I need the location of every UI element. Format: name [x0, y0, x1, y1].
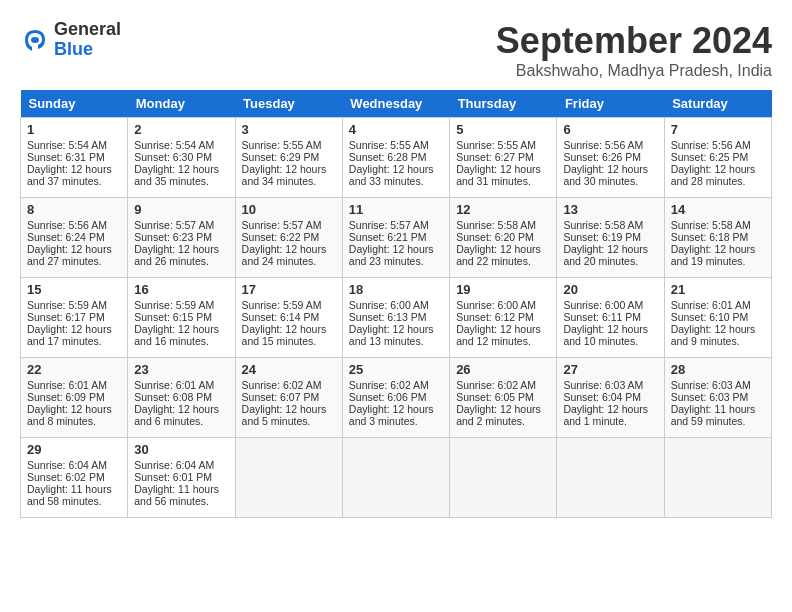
table-row: 24Sunrise: 6:02 AMSunset: 6:07 PMDayligh…: [235, 358, 342, 438]
sunset-text: Sunset: 6:15 PM: [134, 311, 212, 323]
table-row: [557, 438, 664, 518]
col-saturday: Saturday: [664, 90, 771, 118]
sunrise-text: Sunrise: 6:04 AM: [134, 459, 214, 471]
daylight-text: Daylight: 12 hours and 3 minutes.: [349, 403, 434, 427]
col-wednesday: Wednesday: [342, 90, 449, 118]
sunset-text: Sunset: 6:02 PM: [27, 471, 105, 483]
day-number: 9: [134, 202, 228, 217]
sunset-text: Sunset: 6:18 PM: [671, 231, 749, 243]
daylight-text: Daylight: 12 hours and 23 minutes.: [349, 243, 434, 267]
daylight-text: Daylight: 12 hours and 13 minutes.: [349, 323, 434, 347]
sunset-text: Sunset: 6:27 PM: [456, 151, 534, 163]
daylight-text: Daylight: 12 hours and 26 minutes.: [134, 243, 219, 267]
sunrise-text: Sunrise: 5:55 AM: [242, 139, 322, 151]
sunset-text: Sunset: 6:05 PM: [456, 391, 534, 403]
title-section: September 2024 Bakshwaho, Madhya Pradesh…: [496, 20, 772, 80]
daylight-text: Daylight: 12 hours and 5 minutes.: [242, 403, 327, 427]
day-number: 25: [349, 362, 443, 377]
daylight-text: Daylight: 12 hours and 33 minutes.: [349, 163, 434, 187]
sunset-text: Sunset: 6:25 PM: [671, 151, 749, 163]
sunset-text: Sunset: 6:30 PM: [134, 151, 212, 163]
sunrise-text: Sunrise: 6:02 AM: [349, 379, 429, 391]
day-number: 2: [134, 122, 228, 137]
day-number: 1: [27, 122, 121, 137]
calendar-row: 29Sunrise: 6:04 AMSunset: 6:02 PMDayligh…: [21, 438, 772, 518]
day-number: 11: [349, 202, 443, 217]
table-row: 23Sunrise: 6:01 AMSunset: 6:08 PMDayligh…: [128, 358, 235, 438]
day-number: 28: [671, 362, 765, 377]
page-header: General Blue September 2024 Bakshwaho, M…: [20, 20, 772, 80]
table-row: 9Sunrise: 5:57 AMSunset: 6:23 PMDaylight…: [128, 198, 235, 278]
daylight-text: Daylight: 12 hours and 30 minutes.: [563, 163, 648, 187]
daylight-text: Daylight: 12 hours and 28 minutes.: [671, 163, 756, 187]
day-number: 7: [671, 122, 765, 137]
sunset-text: Sunset: 6:10 PM: [671, 311, 749, 323]
sunrise-text: Sunrise: 6:02 AM: [242, 379, 322, 391]
daylight-text: Daylight: 12 hours and 37 minutes.: [27, 163, 112, 187]
table-row: 13Sunrise: 5:58 AMSunset: 6:19 PMDayligh…: [557, 198, 664, 278]
daylight-text: Daylight: 11 hours and 56 minutes.: [134, 483, 219, 507]
sunrise-text: Sunrise: 5:56 AM: [671, 139, 751, 151]
sunrise-text: Sunrise: 5:56 AM: [27, 219, 107, 231]
day-number: 12: [456, 202, 550, 217]
day-number: 24: [242, 362, 336, 377]
daylight-text: Daylight: 12 hours and 34 minutes.: [242, 163, 327, 187]
table-row: 27Sunrise: 6:03 AMSunset: 6:04 PMDayligh…: [557, 358, 664, 438]
sunrise-text: Sunrise: 6:00 AM: [349, 299, 429, 311]
sunrise-text: Sunrise: 6:03 AM: [671, 379, 751, 391]
sunrise-text: Sunrise: 5:59 AM: [134, 299, 214, 311]
daylight-text: Daylight: 12 hours and 6 minutes.: [134, 403, 219, 427]
header-row: Sunday Monday Tuesday Wednesday Thursday…: [21, 90, 772, 118]
table-row: 4Sunrise: 5:55 AMSunset: 6:28 PMDaylight…: [342, 118, 449, 198]
daylight-text: Daylight: 12 hours and 19 minutes.: [671, 243, 756, 267]
col-thursday: Thursday: [450, 90, 557, 118]
table-row: 25Sunrise: 6:02 AMSunset: 6:06 PMDayligh…: [342, 358, 449, 438]
table-row: 6Sunrise: 5:56 AMSunset: 6:26 PMDaylight…: [557, 118, 664, 198]
sunrise-text: Sunrise: 5:54 AM: [27, 139, 107, 151]
day-number: 23: [134, 362, 228, 377]
day-number: 6: [563, 122, 657, 137]
sunset-text: Sunset: 6:12 PM: [456, 311, 534, 323]
calendar-row: 8Sunrise: 5:56 AMSunset: 6:24 PMDaylight…: [21, 198, 772, 278]
daylight-text: Daylight: 11 hours and 58 minutes.: [27, 483, 112, 507]
sunset-text: Sunset: 6:17 PM: [27, 311, 105, 323]
logo-icon: [20, 25, 50, 55]
sunrise-text: Sunrise: 6:00 AM: [456, 299, 536, 311]
day-number: 10: [242, 202, 336, 217]
sunrise-text: Sunrise: 5:54 AM: [134, 139, 214, 151]
daylight-text: Daylight: 12 hours and 2 minutes.: [456, 403, 541, 427]
daylight-text: Daylight: 12 hours and 17 minutes.: [27, 323, 112, 347]
daylight-text: Daylight: 12 hours and 1 minute.: [563, 403, 648, 427]
day-number: 13: [563, 202, 657, 217]
table-row: 16Sunrise: 5:59 AMSunset: 6:15 PMDayligh…: [128, 278, 235, 358]
daylight-text: Daylight: 12 hours and 15 minutes.: [242, 323, 327, 347]
table-row: 3Sunrise: 5:55 AMSunset: 6:29 PMDaylight…: [235, 118, 342, 198]
sunset-text: Sunset: 6:11 PM: [563, 311, 641, 323]
location-title: Bakshwaho, Madhya Pradesh, India: [496, 62, 772, 80]
col-tuesday: Tuesday: [235, 90, 342, 118]
day-number: 14: [671, 202, 765, 217]
table-row: 30Sunrise: 6:04 AMSunset: 6:01 PMDayligh…: [128, 438, 235, 518]
sunset-text: Sunset: 6:06 PM: [349, 391, 427, 403]
sunset-text: Sunset: 6:26 PM: [563, 151, 641, 163]
col-sunday: Sunday: [21, 90, 128, 118]
day-number: 16: [134, 282, 228, 297]
day-number: 18: [349, 282, 443, 297]
day-number: 17: [242, 282, 336, 297]
day-number: 19: [456, 282, 550, 297]
sunset-text: Sunset: 6:23 PM: [134, 231, 212, 243]
table-row: 1Sunrise: 5:54 AMSunset: 6:31 PMDaylight…: [21, 118, 128, 198]
day-number: 15: [27, 282, 121, 297]
daylight-text: Daylight: 12 hours and 9 minutes.: [671, 323, 756, 347]
sunset-text: Sunset: 6:28 PM: [349, 151, 427, 163]
table-row: 5Sunrise: 5:55 AMSunset: 6:27 PMDaylight…: [450, 118, 557, 198]
daylight-text: Daylight: 12 hours and 22 minutes.: [456, 243, 541, 267]
table-row: 7Sunrise: 5:56 AMSunset: 6:25 PMDaylight…: [664, 118, 771, 198]
daylight-text: Daylight: 12 hours and 16 minutes.: [134, 323, 219, 347]
daylight-text: Daylight: 12 hours and 8 minutes.: [27, 403, 112, 427]
day-number: 8: [27, 202, 121, 217]
table-row: 17Sunrise: 5:59 AMSunset: 6:14 PMDayligh…: [235, 278, 342, 358]
table-row: 11Sunrise: 5:57 AMSunset: 6:21 PMDayligh…: [342, 198, 449, 278]
sunrise-text: Sunrise: 6:04 AM: [27, 459, 107, 471]
month-title: September 2024: [496, 20, 772, 62]
